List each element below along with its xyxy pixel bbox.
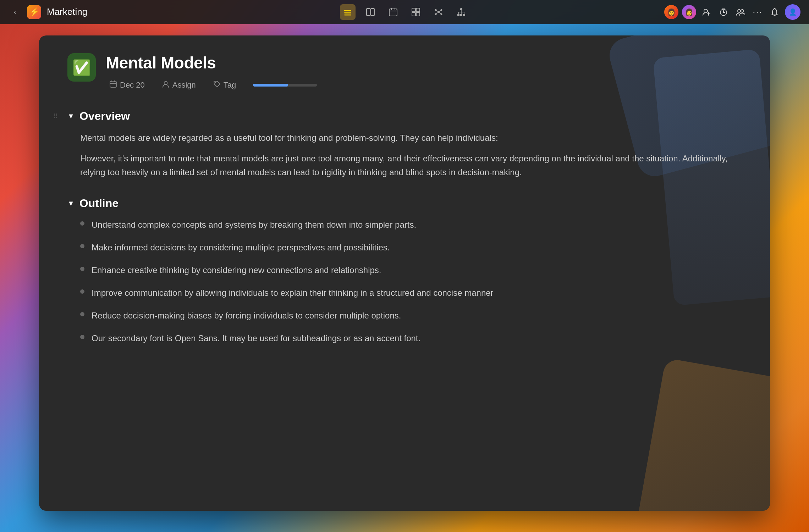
svg-point-37 [738, 10, 741, 12]
bullet-icon [80, 267, 84, 271]
bullet-icon [80, 244, 84, 248]
back-button[interactable]: ‹ [9, 6, 21, 18]
overview-section: ⠿ ▼ Overview Mental models are widely re… [67, 110, 742, 179]
user-avatar[interactable]: 👤 [785, 4, 800, 20]
date-label: Dec 20 [120, 81, 145, 90]
timer-icon[interactable] [717, 5, 730, 19]
svg-line-21 [439, 12, 441, 14]
document-header: ✅ Mental Models Dec 20 [67, 53, 742, 92]
list-item: Our secondary font is Open Sans. It may … [80, 332, 742, 345]
overview-header: ⠿ ▼ Overview [67, 110, 742, 123]
collapse-outline-arrow[interactable]: ▼ [67, 199, 75, 207]
collapse-overview-arrow[interactable]: ▼ [67, 112, 75, 120]
titlebar-right: 👩 👩 ··· [469, 4, 800, 20]
svg-point-44 [215, 82, 216, 83]
outline-section: ▼ Outline Understand complex concepts an… [67, 197, 742, 345]
window-content: ✅ Mental Models Dec 20 [39, 35, 770, 511]
svg-rect-4 [371, 9, 374, 16]
outline-list: Understand complex concepts and systems … [80, 218, 742, 345]
overview-body: Mental models are widely regarded as a u… [67, 131, 742, 179]
bullet-icon [80, 221, 84, 226]
svg-line-20 [436, 12, 439, 14]
titlebar-center [340, 4, 469, 20]
titlebar: ‹ ⚡ Marketing [0, 0, 809, 24]
avatar-2[interactable]: 👩 [682, 5, 696, 19]
svg-point-30 [704, 9, 708, 13]
hierarchy-toolbar-icon[interactable] [453, 4, 469, 20]
list-item: Make informed decisions by considering m… [80, 241, 742, 254]
date-meta[interactable]: Dec 20 [106, 78, 148, 92]
document-icon: ✅ [67, 53, 96, 82]
svg-rect-39 [110, 81, 116, 87]
drag-handle-overview[interactable]: ⠿ [53, 112, 58, 120]
tag-meta[interactable]: Tag [209, 78, 240, 92]
calendar-toolbar-icon[interactable] [385, 4, 401, 20]
document-title: Mental Models [106, 53, 742, 72]
app-title: Marketing [47, 6, 87, 17]
notification-icon[interactable] [768, 5, 781, 19]
titlebar-left: ‹ ⚡ Marketing [9, 5, 340, 19]
bullet-icon [80, 335, 84, 339]
overview-title: Overview [79, 110, 130, 123]
progress-bar [253, 84, 317, 87]
outline-title: Outline [79, 197, 119, 210]
overview-paragraph-2: However, it's important to note that men… [80, 152, 742, 179]
assign-meta[interactable]: Assign [158, 78, 199, 92]
tag-icon [213, 80, 221, 90]
svg-point-38 [741, 10, 744, 12]
svg-rect-3 [367, 9, 370, 16]
split-view-toolbar-icon[interactable] [363, 4, 378, 20]
list-item: Enhance creative thinking by considering… [80, 264, 742, 277]
network-toolbar-icon[interactable] [431, 4, 446, 20]
svg-rect-11 [412, 12, 415, 16]
svg-rect-2 [344, 14, 351, 16]
svg-rect-24 [460, 14, 462, 16]
layers-toolbar-icon[interactable] [340, 4, 356, 20]
document-meta: Dec 20 Assign [106, 78, 742, 92]
main-window: ✅ Mental Models Dec 20 [39, 35, 770, 511]
tag-label: Tag [224, 81, 236, 90]
svg-rect-23 [457, 14, 459, 16]
svg-line-18 [436, 10, 439, 12]
svg-rect-0 [344, 10, 351, 11]
bullet-icon [80, 312, 84, 316]
progress-meta[interactable] [249, 82, 320, 89]
svg-rect-22 [460, 8, 462, 10]
app-icon: ⚡ [27, 5, 41, 19]
members-icon[interactable] [734, 5, 747, 19]
avatar-1[interactable]: 👩 [664, 5, 678, 19]
calendar-meta-icon [109, 80, 117, 90]
person-icon [162, 80, 170, 90]
outline-header: ▼ Outline [67, 197, 742, 210]
outline-body: Understand complex concepts and systems … [67, 218, 742, 345]
svg-rect-9 [412, 8, 415, 12]
svg-rect-5 [389, 9, 397, 16]
svg-rect-1 [344, 12, 351, 13]
overview-paragraph-1: Mental models are widely regarded as a u… [80, 131, 742, 145]
document-info: Mental Models Dec 20 [106, 53, 742, 92]
add-member-button[interactable] [700, 5, 713, 19]
svg-rect-12 [416, 12, 420, 16]
svg-rect-10 [416, 8, 420, 12]
bullet-icon [80, 289, 84, 294]
list-item: Improve communication by allowing indivi… [80, 287, 742, 299]
svg-line-19 [439, 10, 441, 12]
progress-fill [253, 84, 288, 87]
list-item: Understand complex concepts and systems … [80, 218, 742, 231]
assign-label: Assign [172, 81, 196, 90]
svg-rect-25 [463, 14, 465, 16]
list-item: Reduce decision-making biases by forcing… [80, 309, 742, 322]
grid-toolbar-icon[interactable] [408, 4, 424, 20]
more-options-icon[interactable]: ··· [751, 5, 764, 19]
